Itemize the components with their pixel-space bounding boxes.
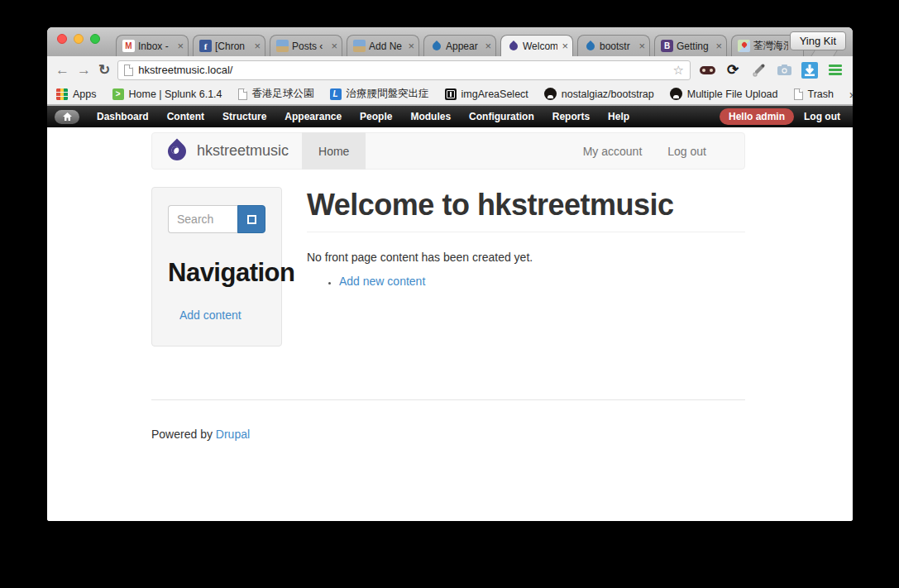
drupal-link[interactable]: Drupal xyxy=(216,428,250,441)
tab-close-icon[interactable]: × xyxy=(561,41,569,51)
tab-getting-started[interactable]: B Getting × xyxy=(654,35,727,56)
empty-front-page-message: No front page content has been created y… xyxy=(307,251,745,264)
site-footer: Powered by Drupal xyxy=(151,428,745,441)
tab-label: 荃灣海濱 xyxy=(753,39,788,53)
eyedropper-extension-icon[interactable] xyxy=(749,61,767,79)
drupal-admin-toolbar: Dashboard Content Structure Appearance P… xyxy=(47,106,853,127)
splunk-icon: > xyxy=(112,88,124,100)
tab-close-icon[interactable]: × xyxy=(176,41,184,51)
tab-label: Welcom xyxy=(523,41,557,52)
site-brand[interactable]: hkstreetmusic xyxy=(152,142,289,160)
search-form xyxy=(168,205,265,233)
browser-toolbar: ← → ↻ hkstreetmusic.local/ ☆ ⟳ xyxy=(47,56,853,84)
tab-inbox[interactable]: M Inbox - × xyxy=(116,35,189,56)
admin-menu-appearance[interactable]: Appearance xyxy=(275,111,351,122)
github-icon xyxy=(670,88,682,100)
profile-button[interactable]: Ying Kit xyxy=(790,31,846,50)
bookmark-multi-upload[interactable]: Multiple File Upload xyxy=(670,88,778,100)
list-item: Add new content xyxy=(339,275,745,288)
close-window-button[interactable] xyxy=(57,34,67,44)
bookmark-label: 香港足球公園 xyxy=(252,87,314,101)
reload-icon[interactable]: ↻ xyxy=(98,63,110,77)
site-name[interactable]: hkstreetmusic xyxy=(197,142,289,160)
apps-grid-icon xyxy=(56,88,68,100)
tab-label: [Chron xyxy=(215,41,250,52)
admin-home-button[interactable] xyxy=(55,110,79,124)
page-icon xyxy=(124,65,133,76)
admin-menu-dashboard[interactable]: Dashboard xyxy=(88,111,158,122)
tab-label: Appear xyxy=(446,41,481,52)
github-icon xyxy=(544,88,557,100)
sidebar-well: Navigation Add content xyxy=(151,187,282,347)
admin-menu-modules[interactable]: Modules xyxy=(401,111,460,122)
url-text[interactable]: hkstreetmusic.local/ xyxy=(138,64,667,76)
tab-bootstrap[interactable]: bootstr × xyxy=(577,35,650,56)
page-icon xyxy=(238,88,247,100)
download-extension-icon[interactable] xyxy=(801,61,819,79)
chrome-menu-icon[interactable] xyxy=(826,61,844,79)
tab-add-new[interactable]: Add Ne × xyxy=(347,35,419,56)
tab-close-icon[interactable]: × xyxy=(715,41,723,51)
tab-label: Posts ‹ xyxy=(292,41,327,52)
imgarea-icon xyxy=(445,88,457,100)
bookmark-label: Home | Splunk 6.1.4 xyxy=(129,88,222,100)
mask-extension-icon[interactable] xyxy=(698,61,716,79)
admin-menu-help[interactable]: Help xyxy=(599,111,638,122)
zoom-window-button[interactable] xyxy=(90,34,100,44)
bookmark-trash[interactable]: Trash xyxy=(794,88,834,100)
add-new-content-link[interactable]: Add new content xyxy=(339,275,425,288)
bookmark-label: Apps xyxy=(73,88,97,100)
bookmark-bootstrap-repo[interactable]: nostalgiaz/bootstrap xyxy=(544,88,654,100)
tab-close-icon[interactable]: × xyxy=(253,41,261,51)
add-content-link[interactable]: Add content xyxy=(179,308,241,322)
drupal-purple-icon xyxy=(507,40,519,52)
bookmark-label: nostalgiaz/bootstrap xyxy=(562,88,654,100)
window-titlebar: M Inbox - × f [Chron × Posts ‹ × Add Ne … xyxy=(47,27,853,56)
tab-close-icon[interactable]: × xyxy=(330,41,338,51)
tab-close-icon[interactable]: × xyxy=(407,41,415,51)
bookmarks-overflow-icon[interactable]: » xyxy=(849,88,853,101)
drupal-blue-icon xyxy=(430,40,442,52)
admin-logout-link[interactable]: Log out xyxy=(804,111,845,122)
bookmark-treatment[interactable]: L 治療腰間盤突出症 xyxy=(330,87,429,101)
back-icon[interactable]: ← xyxy=(55,63,69,77)
header-user-links: My account Log out xyxy=(583,145,744,158)
camera-extension-icon[interactable] xyxy=(775,61,793,79)
search-button[interactable] xyxy=(237,205,265,233)
tab-close-icon[interactable]: × xyxy=(638,41,646,51)
my-account-link[interactable]: My account xyxy=(583,145,643,158)
tab-facebook[interactable]: f [Chron × xyxy=(193,35,265,56)
drupal-blue-icon xyxy=(584,40,596,52)
site-header: hkstreetmusic Home My account Log out xyxy=(151,132,745,170)
page-title: Welcome to hkstreetmusic xyxy=(307,187,745,232)
tab-close-icon[interactable]: × xyxy=(484,41,492,51)
letter-l-icon: L xyxy=(330,88,342,100)
bookmark-apps[interactable]: Apps xyxy=(56,88,97,100)
tab-appearance[interactable]: Appear × xyxy=(423,35,496,56)
bookmark-star-icon[interactable]: ☆ xyxy=(673,64,684,76)
footer-divider xyxy=(151,399,745,400)
admin-menu-configuration[interactable]: Configuration xyxy=(460,111,543,122)
bootstrap-icon: B xyxy=(661,40,673,52)
bookmark-imgareaselect[interactable]: imgAreaSelect xyxy=(445,88,528,100)
admin-menu-content[interactable]: Content xyxy=(158,111,213,122)
bookmark-splunk[interactable]: > Home | Splunk 6.1.4 xyxy=(112,88,222,100)
tab-welcome-active[interactable]: Welcom × xyxy=(500,35,573,56)
tab-posts[interactable]: Posts ‹ × xyxy=(270,35,342,56)
admin-menu-reports[interactable]: Reports xyxy=(543,111,599,122)
search-input[interactable] xyxy=(168,205,237,233)
content-row: Navigation Add content Welcome to hkstre… xyxy=(151,187,745,347)
admin-menu-people[interactable]: People xyxy=(351,111,401,122)
logout-link[interactable]: Log out xyxy=(667,145,706,158)
minimize-window-button[interactable] xyxy=(74,34,84,44)
bookmark-football-park[interactable]: 香港足球公園 xyxy=(238,87,314,101)
address-bar[interactable]: hkstreetmusic.local/ ☆ xyxy=(117,60,691,80)
page-container: hkstreetmusic Home My account Log out xyxy=(151,132,745,441)
forward-icon[interactable]: → xyxy=(77,63,91,77)
nav-item-home[interactable]: Home xyxy=(302,132,366,170)
refresh-extension-icon[interactable]: ⟳ xyxy=(724,61,742,79)
tab-label: bootstr xyxy=(600,41,634,52)
hello-admin-badge[interactable]: Hello admin xyxy=(720,108,794,125)
admin-menu-structure[interactable]: Structure xyxy=(213,111,275,122)
bookmark-label: Trash xyxy=(808,88,834,100)
